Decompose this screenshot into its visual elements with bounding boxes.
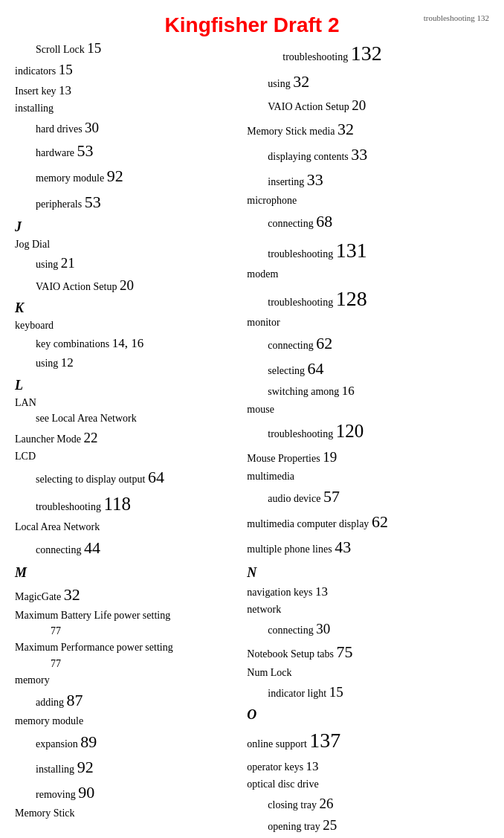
list-item: hardware 53 — [15, 138, 233, 164]
list-item: troubleshooting 128 — [247, 283, 489, 315]
entry-num: 20 — [352, 97, 366, 113]
entry-num: 53 — [85, 193, 101, 211]
entry-text: audio device — [268, 493, 323, 504]
list-item: closing tray 26 — [247, 793, 489, 814]
list-item: M — [15, 565, 233, 581]
list-item: modem — [247, 266, 489, 283]
entry-num: 32 — [337, 120, 354, 138]
list-item: Launcher Mode 22 — [15, 427, 233, 448]
list-item: using 32 — [247, 69, 489, 94]
entry-text: using — [36, 358, 61, 369]
list-item: online support 137 — [247, 724, 489, 756]
entry-text: keyboard — [15, 320, 54, 331]
list-item: J — [15, 219, 233, 235]
entry-text: troubleshooting — [268, 297, 335, 308]
entry-num: 32 — [293, 72, 309, 91]
entry-num: 14, 16 — [112, 336, 144, 350]
list-item: navigation keys 13 — [247, 582, 489, 602]
entry-text: 77 — [51, 658, 61, 669]
list-item: mouse — [247, 402, 489, 418]
entry-text: troubleshooting — [282, 51, 350, 62]
entry-num: 21 — [61, 255, 75, 271]
list-item: key combinations 14, 16 — [15, 334, 233, 353]
list-item: switching among 16 — [247, 381, 489, 401]
list-item: multimedia computer display 62 — [247, 509, 489, 535]
entry-text: optical disc drive — [247, 779, 318, 790]
entry-num: 13 — [315, 584, 328, 599]
list-item: microphone — [247, 193, 489, 209]
entry-text: connecting — [268, 218, 316, 229]
list-item: displaying contents 33 — [247, 142, 489, 167]
entry-text: operator keys — [247, 761, 306, 773]
list-item: O — [247, 707, 489, 723]
entry-num: 15 — [59, 62, 73, 77]
page-container: Kingfisher Draft 2 troubleshooting 132 S… — [0, 0, 504, 838]
entry-text: switching among — [268, 386, 342, 397]
entry-num: 13 — [306, 759, 319, 773]
entry-text: online support — [247, 738, 309, 750]
list-item: installing 92 — [15, 755, 233, 780]
entry-text: indicator light — [268, 688, 329, 699]
list-item: connecting 30 — [247, 618, 489, 639]
list-item: multiple phone lines 43 — [247, 535, 489, 560]
entry-text: Mouse Properties — [247, 453, 323, 464]
entry-text: closing tray — [268, 799, 319, 810]
entry-num: 137 — [309, 729, 340, 752]
watermark: Kingfisher Draft 2 — [165, 13, 340, 37]
entry-num: 43 — [335, 538, 351, 556]
list-item: indicators 15 — [15, 59, 233, 80]
entry-num: 87 — [67, 691, 83, 709]
list-item: connecting 44 — [15, 535, 233, 561]
list-item: memory module — [15, 713, 233, 729]
entry-text: using — [36, 259, 61, 270]
list-item: 77 — [15, 623, 233, 639]
list-item: peripherals 53 — [15, 190, 233, 215]
entry-text: microphone — [247, 195, 297, 206]
entry-text: indicators — [15, 65, 59, 77]
entry-text: installing — [36, 764, 77, 775]
list-item: opening tray 25 — [247, 814, 489, 836]
entry-text: VAIO Action Setup — [36, 281, 120, 292]
entry-text: opening tray — [268, 821, 323, 832]
entry-text: MagicGate — [15, 591, 64, 602]
entry-text: Launcher Mode — [15, 433, 84, 445]
entry-text: multiple phone lines — [247, 544, 335, 555]
entry-num: 15 — [329, 684, 343, 700]
list-item: hard drives 30 — [15, 117, 233, 138]
entry-text: see Local Area Network — [36, 413, 137, 424]
list-item: memory module 92 — [15, 164, 233, 189]
list-item: Memory Stick media 32 — [247, 117, 489, 142]
entry-text: Memory Stick media — [247, 126, 337, 137]
entry-text: connecting — [36, 544, 84, 555]
list-item: Scroll Lock 15 — [15, 37, 233, 59]
entry-num: 30 — [316, 621, 330, 636]
list-item: troubleshooting 120 — [247, 417, 489, 446]
entry-text: network — [247, 604, 281, 615]
list-item: Notebook Setup tabs 75 — [247, 639, 489, 665]
entry-num: 118 — [103, 494, 131, 514]
entry-num: 26 — [320, 796, 334, 811]
list-item: Local Area Network — [15, 519, 233, 535]
list-item: MagicGate 32 — [15, 582, 233, 607]
entry-text: Num Lock — [247, 667, 291, 678]
list-item: connecting 62 — [247, 331, 489, 356]
entry-text: Memory Stick — [15, 808, 75, 819]
entry-text: hardware — [36, 147, 77, 158]
entry-text: monitor — [247, 317, 280, 328]
list-item: multimedia — [247, 468, 489, 485]
right-column: troubleshooting 132using 32VAIO Action S… — [241, 37, 489, 838]
left-column: Scroll Lock 15indicators 15Insert key 13… — [15, 37, 241, 838]
entry-text: LCD — [15, 451, 36, 462]
entry-text: multimedia computer display — [247, 518, 372, 529]
list-item: memory — [15, 672, 233, 689]
entry-text: selecting to display output — [36, 474, 148, 485]
entry-text: memory module — [36, 173, 107, 184]
entry-text: mouse — [247, 404, 274, 415]
entry-text: troubleshooting — [268, 428, 335, 439]
list-item: 77 — [15, 656, 233, 672]
list-item: Mouse Properties 19 — [247, 446, 489, 468]
entry-text: using — [268, 78, 293, 89]
entry-text: hard drives — [36, 123, 85, 135]
entry-text: troubleshooting — [36, 501, 103, 512]
list-item: selecting to display output 64 — [15, 465, 233, 490]
